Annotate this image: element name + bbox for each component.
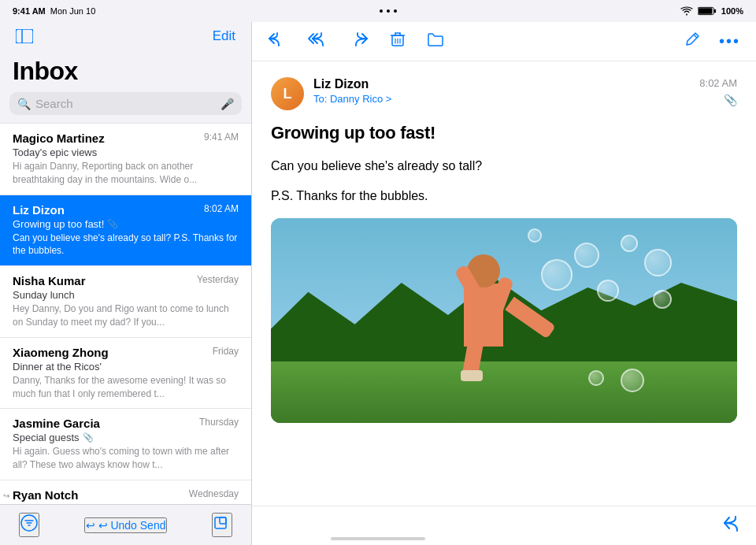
mail-preview: Hi again. Guess who's coming to town wit…	[13, 445, 239, 472]
mail-list-footer: ↩ ↩ Undo Send	[0, 504, 251, 545]
edit-button[interactable]: Edit	[209, 25, 239, 47]
mail-item-header: Magico Martinez 9:41 AM	[13, 132, 239, 145]
mail-list-panel: Edit Inbox 🔍 🎤 Magico Martinez 9:41 AM T…	[0, 22, 252, 545]
undo-send-button[interactable]: ↩ ↩ Undo Send	[84, 517, 168, 533]
email-body-line-1: Can you believe she's already so tall?	[271, 156, 737, 176]
mail-subject: Out of town	[13, 503, 239, 504]
svg-rect-3	[16, 29, 33, 43]
email-meta: Liz Dizon To: Danny Rico >	[313, 77, 690, 105]
status-time: 9:41 AM	[13, 6, 46, 16]
bubble-6	[644, 249, 672, 276]
mail-list: Magico Martinez 9:41 AM Today's epic vie…	[0, 123, 251, 504]
status-bar-center	[380, 9, 397, 13]
email-header-row: L Liz Dizon To: Danny Rico > 8:02 AM 📎	[271, 77, 737, 110]
new-compose-button[interactable]	[681, 28, 703, 54]
bubble-2	[621, 235, 638, 252]
mail-sender: Nisha Kumar	[13, 274, 86, 287]
bubble-8	[588, 370, 604, 386]
reply-footer-button[interactable]	[723, 516, 740, 536]
mail-item[interactable]: Magico Martinez 9:41 AM Today's epic vie…	[0, 123, 251, 195]
battery-icon	[698, 6, 717, 16]
svg-rect-9	[215, 517, 226, 528]
battery-label: 100%	[721, 6, 743, 16]
more-button[interactable]: •••	[716, 29, 743, 54]
mic-icon[interactable]: 🎤	[220, 98, 234, 110]
mail-preview: Can you believe she's already so tall? P…	[13, 232, 239, 258]
search-input[interactable]	[35, 97, 216, 110]
svg-rect-2	[699, 8, 713, 13]
mail-item[interactable]: ↪ Ryan Notch Wednesday Out of town Howdy…	[0, 480, 251, 504]
mail-subject: Special guests 📎	[13, 432, 239, 443]
mail-sender: Liz Dizon	[13, 203, 65, 217]
mail-sender: Jasmine Garcia	[13, 417, 100, 430]
bubble-1	[574, 243, 599, 268]
detail-toolbar: •••	[252, 22, 756, 61]
mail-item-header: Jasmine Garcia Thursday	[13, 417, 239, 430]
forward-button[interactable]	[348, 29, 372, 54]
mail-preview: Hey Danny, Do you and Rigo want to come …	[13, 302, 239, 329]
mail-time: Thursday	[199, 417, 239, 428]
email-from-name: Liz Dizon	[313, 77, 690, 91]
reply-button[interactable]	[265, 29, 288, 54]
mail-item[interactable]: Nisha Kumar Yesterday Sunday lunch Hey D…	[0, 266, 251, 338]
img-person	[448, 244, 519, 378]
mail-item[interactable]: Xiaomeng Zhong Friday Dinner at the Rico…	[0, 338, 251, 410]
svg-rect-10	[220, 517, 226, 524]
sidebar-toggle-button[interactable]	[13, 26, 36, 46]
wifi-icon	[680, 6, 693, 16]
mail-time: Yesterday	[197, 274, 239, 285]
mail-item-header: Nisha Kumar Yesterday	[13, 274, 239, 287]
email-timestamp: 8:02 AM	[699, 77, 737, 89]
mail-time: 9:41 AM	[204, 132, 239, 143]
compose-button[interactable]	[212, 513, 232, 537]
avatar: L	[271, 77, 304, 110]
status-bar: 9:41 AM Mon Jun 10 100%	[0, 0, 756, 22]
mail-sender: Ryan Notch	[13, 488, 78, 502]
status-bar-right: 100%	[680, 6, 743, 16]
attachment-icon: 📎	[107, 219, 118, 229]
mail-time: Friday	[213, 346, 239, 357]
email-image-container	[271, 218, 737, 423]
mail-list-toolbar: Edit	[0, 22, 251, 54]
home-indicator	[331, 537, 425, 540]
mail-item[interactable]: Liz Dizon 8:02 AM Growing up too fast! 📎…	[0, 195, 251, 267]
mail-sender: Xiaomeng Zhong	[13, 346, 109, 359]
filter-button[interactable]	[19, 513, 39, 537]
mail-item-header: Liz Dizon 8:02 AM	[13, 203, 239, 217]
mail-subject: Dinner at the Ricos'	[13, 361, 239, 373]
undo-arrow-icon: ↩	[86, 519, 95, 532]
bubble-4	[528, 228, 542, 243]
search-bar[interactable]: 🔍 🎤	[9, 92, 242, 115]
mail-item-header: Xiaomeng Zhong Friday	[13, 346, 239, 359]
status-day: Mon Jun 10	[50, 6, 95, 16]
detail-footer	[252, 506, 756, 545]
mail-time: Wednesday	[189, 488, 239, 499]
search-icon: 🔍	[17, 98, 31, 110]
mail-preview: Danny, Thanks for the awesome evening! I…	[13, 374, 239, 401]
dot2	[387, 9, 390, 13]
mail-subject: Today's epic views	[13, 146, 239, 158]
email-detail-panel: ••• L Liz Dizon To: Danny Rico > 8:02 AM…	[252, 22, 756, 545]
status-bar-left: 9:41 AM Mon Jun 10	[13, 6, 95, 16]
main-container: Edit Inbox 🔍 🎤 Magico Martinez 9:41 AM T…	[0, 22, 756, 545]
folder-button[interactable]	[424, 29, 447, 54]
attachment-badge: 📎	[724, 94, 737, 106]
email-to[interactable]: To: Danny Rico >	[313, 93, 690, 105]
reply-all-button[interactable]	[304, 29, 332, 54]
mail-item-header: Ryan Notch Wednesday	[13, 488, 239, 502]
mail-sender: Magico Martinez	[13, 132, 105, 145]
email-body: Can you believe she's already so tall? P…	[271, 156, 737, 206]
detail-toolbar-left	[265, 28, 447, 54]
svg-line-19	[694, 35, 697, 38]
attachment-icon: 📎	[83, 432, 94, 443]
mail-item[interactable]: Jasmine Garcia Thursday Special guests 📎…	[0, 409, 251, 480]
email-body-line-2: P.S. Thanks for the bubbles.	[271, 186, 737, 206]
undo-send-label: ↩ Undo Send	[98, 519, 166, 532]
trash-button[interactable]	[387, 28, 408, 54]
svg-rect-1	[714, 9, 716, 13]
mail-time: 8:02 AM	[204, 203, 239, 214]
forwarded-icon: ↪	[3, 491, 9, 500]
mail-preview: Hi again Danny, Reporting back on anothe…	[13, 160, 239, 187]
mail-subject: Growing up too fast! 📎	[13, 218, 239, 230]
inbox-title: Inbox	[0, 54, 251, 92]
